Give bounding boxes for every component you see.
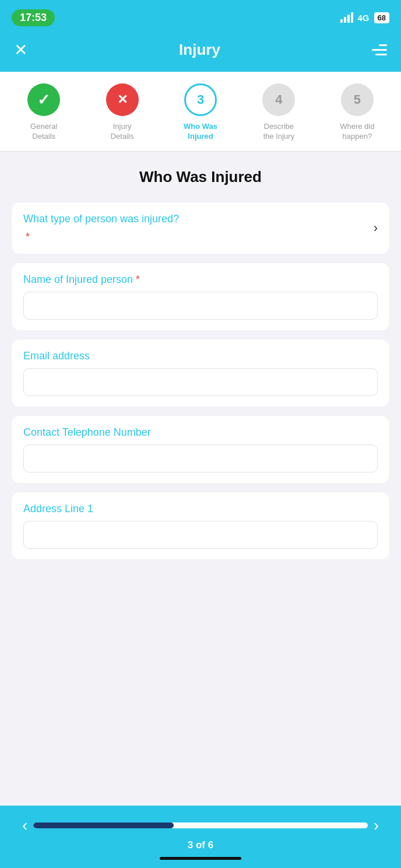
email-section: Email address — [12, 340, 389, 407]
step-5-circle: 5 — [341, 83, 374, 116]
address-input[interactable] — [23, 521, 378, 549]
step-1-circle — [27, 83, 60, 116]
email-input[interactable] — [23, 368, 378, 396]
app-header: ✕ Injury — [0, 33, 401, 72]
progress-bar — [33, 822, 367, 828]
step-2-circle — [106, 83, 139, 116]
telephone-section: Contact Telephone Number — [12, 416, 389, 483]
status-time: 17:53 — [12, 9, 55, 26]
steps-progress: GeneralDetails InjuryDetails 3 Who WasIn… — [0, 72, 401, 152]
step-2[interactable]: InjuryDetails — [83, 83, 161, 142]
network-label: 4G — [358, 13, 370, 23]
step-4[interactable]: 4 Describethe Injury — [240, 83, 318, 142]
address-label: Address Line 1 — [23, 503, 378, 515]
step-indicator: 3 of 6 — [16, 839, 385, 851]
person-type-row[interactable]: What type of person was injured? * › — [23, 213, 378, 243]
progress-row: ‹ › — [16, 816, 385, 835]
close-button[interactable]: ✕ — [14, 42, 27, 58]
name-label: Name of Injured person * — [23, 274, 378, 286]
menu-button[interactable] — [372, 44, 387, 55]
address-section: Address Line 1 — [12, 492, 389, 559]
main-content: Who Was Injured What type of person was … — [0, 152, 401, 806]
header-title: Injury — [179, 41, 220, 59]
error-icon — [117, 92, 128, 107]
step-1-label: GeneralDetails — [30, 122, 57, 142]
person-type-section[interactable]: What type of person was injured? * › — [12, 202, 389, 254]
step-1[interactable]: GeneralDetails — [5, 83, 83, 142]
person-type-required: * — [26, 231, 30, 243]
prev-button[interactable]: ‹ — [16, 816, 33, 835]
step-2-label: InjuryDetails — [111, 122, 134, 142]
status-bar: 17:53 4G 68 — [0, 0, 401, 33]
bottom-nav: ‹ › 3 of 6 — [0, 806, 401, 868]
step-5-label: Where didhappen? — [340, 122, 374, 142]
step-5[interactable]: 5 Where didhappen? — [318, 83, 396, 142]
battery-indicator: 68 — [374, 12, 389, 23]
step-3[interactable]: 3 Who WasInjured — [161, 83, 240, 142]
next-button[interactable]: › — [368, 816, 385, 835]
telephone-label: Contact Telephone Number — [23, 426, 378, 439]
name-section: Name of Injured person * — [12, 263, 389, 330]
checkmark-icon — [37, 91, 50, 109]
home-indicator — [160, 857, 241, 860]
telephone-input[interactable] — [23, 444, 378, 473]
chevron-right-icon: › — [374, 220, 378, 236]
step-3-label: Who WasInjured — [184, 122, 217, 142]
name-input[interactable] — [23, 292, 378, 320]
step-4-circle: 4 — [262, 83, 295, 116]
name-required: * — [136, 274, 140, 286]
page-title: Who Was Injured — [12, 168, 389, 186]
status-icons: 4G 68 — [340, 12, 389, 23]
step-3-circle: 3 — [184, 83, 217, 116]
email-label: Email address — [23, 350, 378, 362]
signal-icon — [340, 12, 353, 23]
person-type-label: What type of person was injured? — [23, 213, 179, 225]
step-4-label: Describethe Injury — [263, 122, 294, 142]
progress-bar-fill — [33, 822, 174, 828]
